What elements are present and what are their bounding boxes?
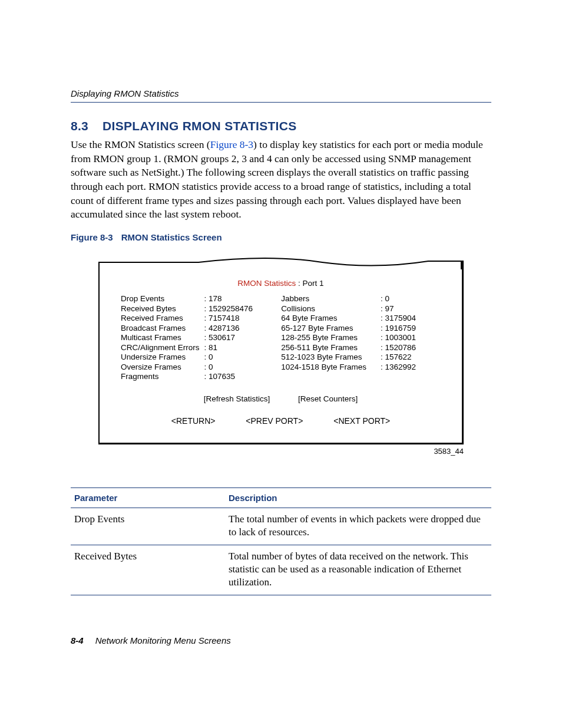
figure-caption-text: RMON Statistics Screen bbox=[121, 232, 222, 242]
para-post: ) to display key statistics for each por… bbox=[71, 139, 483, 220]
stats-columns: Drop Events Received Bytes Received Fram… bbox=[121, 294, 441, 381]
figure-link[interactable]: Figure 8-3 bbox=[210, 139, 253, 150]
screen-title-label: RMON Statistics bbox=[237, 279, 296, 288]
section-heading: 8.3DISPLAYING RMON STATISTICS bbox=[71, 119, 491, 133]
parameter-table: Parameter Description Drop Events The to… bbox=[71, 487, 491, 595]
reset-counters-button[interactable]: [Reset Counters] bbox=[298, 394, 358, 403]
running-header: Displaying RMON Statistics bbox=[71, 88, 491, 103]
footer-title: Network Monitoring Menu Screens bbox=[95, 635, 231, 645]
figure-id: 3583_44 bbox=[98, 447, 464, 456]
stats-right-labels: Jabbers Collisions 64 Byte Frames 65-127… bbox=[281, 294, 366, 381]
figure-caption: Figure 8-3RMON Statistics Screen bbox=[71, 232, 491, 242]
stats-left: Drop Events Received Bytes Received Fram… bbox=[121, 294, 253, 381]
section-number: 8.3 bbox=[71, 119, 88, 133]
table-cell-description: Total number of bytes of data received o… bbox=[225, 545, 491, 595]
table-header-description: Description bbox=[225, 487, 491, 508]
next-port-button[interactable]: <NEXT PORT> bbox=[333, 416, 390, 426]
screen-actions-row-2: <RETURN> <PREV PORT> <NEXT PORT> bbox=[121, 416, 441, 426]
figure-screen: RMON Statistics : Port 1 Drop Events Rec… bbox=[98, 256, 464, 456]
refresh-statistics-button[interactable]: [Refresh Statistics] bbox=[204, 394, 270, 403]
table-row: Drop Events The total number of events i… bbox=[71, 508, 491, 545]
page: Displaying RMON Statistics 8.3DISPLAYING… bbox=[0, 0, 562, 728]
section-paragraph: Use the RMON Statistics screen (Figure 8… bbox=[71, 138, 491, 222]
para-pre: Use the RMON Statistics screen ( bbox=[71, 139, 210, 150]
table-cell-parameter: Drop Events bbox=[71, 508, 225, 545]
table-cell-parameter: Received Bytes bbox=[71, 545, 225, 595]
stats-left-labels: Drop Events Received Bytes Received Fram… bbox=[121, 294, 200, 381]
table-header-parameter: Parameter bbox=[71, 487, 225, 508]
screen-title: RMON Statistics : Port 1 bbox=[121, 279, 441, 288]
stats-left-values: : 178 : 1529258476 : 7157418 : 4287136 :… bbox=[204, 294, 253, 381]
prev-port-button[interactable]: <PREV PORT> bbox=[246, 416, 303, 426]
stats-right: Jabbers Collisions 64 Byte Frames 65-127… bbox=[281, 294, 416, 381]
screen-box: RMON Statistics : Port 1 Drop Events Rec… bbox=[98, 263, 464, 444]
table-cell-description: The total number of events in which pack… bbox=[225, 508, 491, 545]
figure-caption-label: Figure 8-3 bbox=[71, 232, 113, 242]
section-title: DISPLAYING RMON STATISTICS bbox=[103, 119, 296, 133]
screen-title-suffix: : Port 1 bbox=[296, 279, 323, 288]
table-row: Received Bytes Total number of bytes of … bbox=[71, 545, 491, 595]
page-footer: 8-4Network Monitoring Menu Screens bbox=[71, 635, 231, 645]
return-button[interactable]: <RETURN> bbox=[171, 416, 216, 426]
stats-right-values: : 0 : 97 : 3175904 : 1916759 : 1003001 :… bbox=[381, 294, 416, 381]
page-number: 8-4 bbox=[71, 635, 84, 645]
screen-actions-row-1: [Refresh Statistics] [Reset Counters] bbox=[121, 394, 441, 404]
